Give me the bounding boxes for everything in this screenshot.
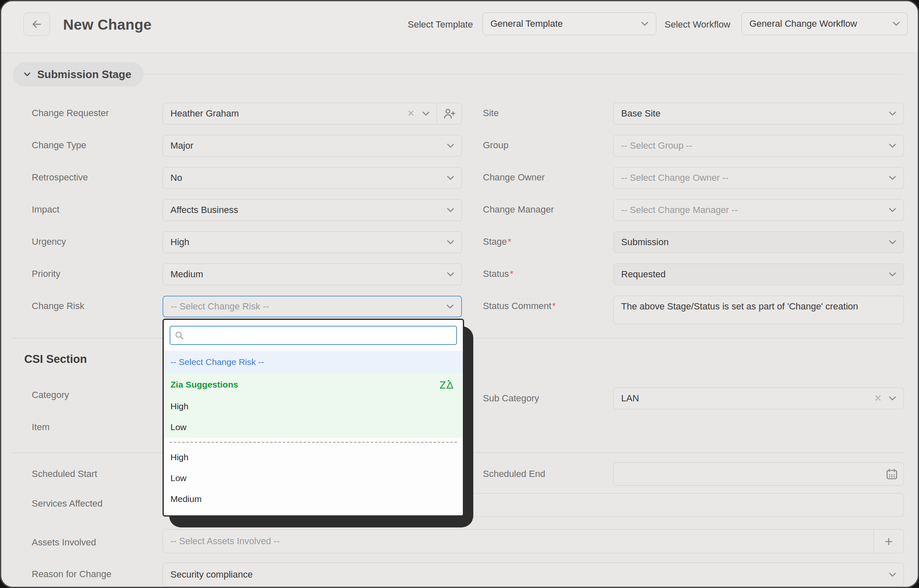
workflow-select[interactable]: General Change Workflow [741,13,908,35]
status-comment-label: Status Comment* [483,301,556,312]
clear-icon[interactable]: ✕ [874,393,882,404]
impact-value: Affects Business [170,205,238,215]
change-owner-placeholder: -- Select Change Owner -- [621,172,729,183]
change-risk-placeholder: -- Select Change Risk -- [171,301,269,312]
chevron-down-icon [445,237,456,248]
change-type-label: Change Type [32,140,86,151]
priority-field[interactable]: Medium [162,264,462,285]
retrospective-field[interactable]: No [162,167,462,189]
search-input[interactable] [170,326,457,345]
urgency-label: Urgency [32,236,66,247]
change-requester-field[interactable]: Heather Graham ✕ [162,103,462,124]
zia-option-low[interactable]: Low [164,417,463,438]
chevron-down-icon [887,569,898,580]
add-requester-button[interactable] [437,103,462,124]
section-divider [139,74,904,75]
impact-label: Impact [32,204,59,215]
change-risk-dropdown: -- Select Change Risk -- Zia Suggestions… [162,319,464,517]
change-owner-label: Change Owner [483,172,545,183]
person-add-icon [443,107,456,120]
chevron-down-icon [891,18,902,30]
change-type-field[interactable]: Major [162,135,462,157]
search-icon [174,330,184,340]
urgency-value: High [170,237,189,248]
option-medium[interactable]: Medium [164,489,463,509]
chevron-down-icon [887,172,898,184]
submission-stage-toggle[interactable]: Submission Stage [13,62,144,86]
template-select[interactable]: General Template [482,13,656,35]
stage-label: Stage* [483,236,511,247]
status-field[interactable]: Requested [613,264,904,285]
scheduled-end-field[interactable] [613,462,904,486]
retrospective-label: Retrospective [32,172,88,183]
sub-category-value: LAN [621,393,639,404]
urgency-field[interactable]: High [162,231,462,253]
assets-involved-field[interactable]: -- Select Assets Involved -- + [162,529,904,553]
priority-value: Medium [170,269,203,280]
chevron-down-icon [445,172,456,184]
select-template-label: Select Template [408,19,473,30]
dropdown-search [170,326,457,345]
reason-for-change-label: Reason for Change [32,569,112,580]
page-title: New Change [63,16,152,33]
reason-for-change-value: Security compliance [170,569,253,580]
status-comment-field[interactable]: The above Stage/Status is set as part of… [613,296,904,324]
chevron-down-icon [887,205,898,216]
arrow-left-icon [30,18,43,30]
services-affected-label: Services Affected [32,498,103,509]
zia-suggestions-block: Zia Suggestions High Low [164,373,463,438]
change-requester-label: Change Requester [32,108,109,119]
impact-field[interactable]: Affects Business [162,199,462,221]
plus-icon: + [885,533,893,550]
sub-category-label: Sub Category [483,393,539,404]
change-risk-field[interactable]: -- Select Change Risk -- [162,296,462,317]
chevron-down-icon [445,269,456,280]
change-manager-label: Change Manager [483,204,554,215]
required-asterisk: * [508,236,512,247]
category-label: Category [32,390,69,400]
zia-logo-icon [439,378,456,391]
template-value: General Template [490,18,563,29]
group-field[interactable]: -- Select Group -- [613,135,904,157]
new-change-window: New Change Select Template General Templ… [0,0,919,588]
group-placeholder: -- Select Group -- [621,140,692,151]
status-comment-value: The above Stage/Status is set as part of… [621,301,858,312]
back-button[interactable] [23,13,50,36]
stage-field[interactable]: Submission [613,231,904,253]
option-low[interactable]: Low [164,468,463,489]
sub-category-field[interactable]: LAN ✕ [613,388,904,409]
zia-suggestions-title: Zia Suggestions [170,380,238,390]
csi-section-heading: CSI Section [24,353,87,366]
clear-icon[interactable]: ✕ [407,108,415,119]
option-high[interactable]: High [164,447,463,468]
dropdown-divider [170,442,457,443]
option-select-change-risk[interactable]: -- Select Change Risk -- [164,351,463,373]
workflow-value: General Change Workflow [749,18,857,29]
zia-option-high[interactable]: High [164,396,463,417]
chevron-down-icon [445,205,456,216]
calendar-icon [885,467,899,481]
chevron-down-icon [887,393,898,404]
site-label: Site [483,108,499,119]
change-owner-field[interactable]: -- Select Change Owner -- [613,167,904,189]
status-value: Requested [621,269,665,280]
item-label: Item [32,422,50,433]
change-requester-value: Heather Graham [170,108,239,119]
chevron-down-icon [420,108,432,119]
change-manager-field[interactable]: -- Select Change Manager -- [613,199,904,221]
required-asterisk: * [510,269,513,279]
add-asset-button[interactable]: + [873,530,904,553]
assets-involved-placeholder: -- Select Assets Involved -- [170,536,280,547]
header-bar: New Change Select Template General Templ… [1,1,918,53]
reason-for-change-field[interactable]: Security compliance [162,563,904,587]
zia-suggestions-header: Zia Suggestions [164,373,463,396]
chevron-down-icon [887,269,898,280]
group-label: Group [483,140,508,151]
site-field[interactable]: Base Site [613,103,904,124]
select-workflow-label: Select Workflow [665,19,730,30]
priority-label: Priority [32,269,60,279]
assets-involved-label: Assets Involved [32,537,96,548]
change-risk-label: Change Risk [32,301,84,312]
status-label: Status* [483,269,513,279]
scheduled-end-label: Scheduled End [483,469,545,479]
